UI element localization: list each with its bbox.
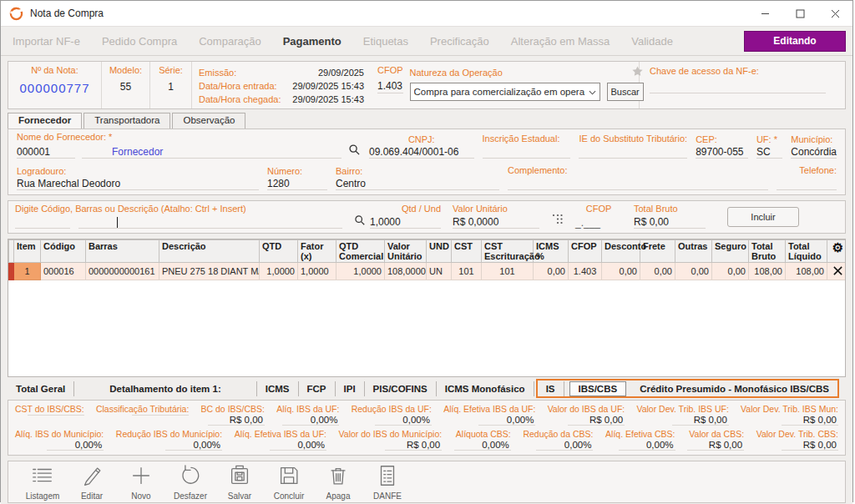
editing-status-button[interactable]: Editando	[744, 31, 846, 52]
highlighted-tab-group: ISIBS/CBSCrédito Presumido - Monofásico …	[536, 379, 839, 398]
detail-field-value[interactable]: R$ 0,00	[385, 439, 442, 451]
detail-tab-ipi[interactable]: IPI	[336, 381, 365, 396]
cell-desconto: 0,00	[602, 263, 640, 280]
detail-field-value[interactable]: 0,00%	[165, 439, 222, 451]
menu-item-pagamento[interactable]: Pagamento	[283, 35, 341, 48]
salvar-button[interactable]: Salvar	[219, 463, 261, 501]
chave-acesso-input[interactable]	[650, 93, 826, 93]
detail-tab-pis-cofins[interactable]: PIS/COFINS	[365, 381, 437, 396]
entry-total-bruto-value: R$ 0,00	[634, 216, 706, 229]
inscricao-estadual-field[interactable]	[483, 145, 571, 159]
gear-icon[interactable]: ⚙	[830, 241, 846, 254]
toolbar-button-label: Editar	[81, 491, 103, 501]
menu-item-validade[interactable]: Validade	[631, 35, 673, 48]
cep-field[interactable]: 89700-055	[696, 146, 748, 159]
maximize-button[interactable]	[782, 1, 817, 26]
tab-observa-o[interactable]: Observação	[172, 113, 245, 129]
nota-number-value[interactable]: 000000777	[19, 81, 89, 95]
delete-row-icon[interactable]	[832, 268, 843, 278]
detail-field-value[interactable]	[28, 414, 84, 416]
detail-field-value[interactable]: 0,00%	[47, 439, 104, 451]
detail-tab-ibs-cbs[interactable]: IBS/CBS	[569, 381, 627, 396]
cnpj-field[interactable]: 09.069.404/0001-06	[369, 146, 474, 159]
incluir-button[interactable]: Incluir	[727, 207, 799, 227]
menu-item-importar-nf-e[interactable]: Importar NF-e	[13, 35, 80, 48]
menu-item-pedido-compra[interactable]: Pedido Compra	[102, 35, 177, 48]
ie-substituto-field[interactable]	[579, 145, 687, 159]
detail-field-label: Valor da CBS:	[689, 429, 744, 439]
grid-dots-icon[interactable]	[551, 212, 564, 227]
emissao-value[interactable]: 29/09/2025	[318, 66, 364, 79]
detail-field-value[interactable]: R$ 0,00	[568, 414, 625, 426]
emissao-label: Emissão:	[199, 66, 236, 79]
menu-item-altera-o-em-massa[interactable]: Alteração em Massa	[511, 35, 610, 48]
detail-field-al-q-efetiva-ibs-da-uf: Alíq. Efetiva IBS da UF:0,00%	[235, 429, 326, 451]
detail-field-value[interactable]: 0,00%	[536, 439, 593, 451]
column-header-outras: Outras	[675, 240, 712, 263]
entrada-label: Data/Hora entrada:	[199, 79, 277, 93]
desfazer-button[interactable]: Desfazer	[169, 463, 211, 501]
detail-field-value[interactable]: 0,00%	[478, 414, 535, 426]
detail-field-value[interactable]: 0,00%	[375, 414, 432, 426]
novo-button[interactable]: Novo	[120, 463, 162, 501]
detail-tab-total-geral[interactable]: Total Geral	[8, 381, 74, 396]
concluir-button[interactable]: Concluir	[268, 463, 310, 501]
natureza-operacao-select[interactable]: Compra para comercialização em opera	[410, 83, 600, 101]
detail-field-value[interactable]: 0,00%	[454, 439, 511, 451]
cell-frete: 0,00	[640, 263, 675, 280]
menu-item-precifica-o[interactable]: Precificação	[430, 35, 489, 48]
detail-field-value[interactable]	[132, 414, 189, 416]
fornecedor-name-link[interactable]: Fornecedor	[112, 146, 163, 158]
detail-field-label: CST do IBS/CBS:	[15, 404, 84, 414]
item-description-input[interactable]	[78, 216, 342, 229]
window-title: Nota de Compra	[30, 8, 104, 19]
detail-tab-cr-dito-presumido-monof-sico-ibs-cbs[interactable]: Crédito Presumido - Monofásico IBS/CBS	[631, 381, 837, 396]
table-row[interactable]: 10000160000000000161PNEU 275 18 DIANT MA…	[9, 263, 847, 280]
logradouro-field[interactable]: Rua Marechal Deodoro	[17, 178, 259, 190]
item-code-input[interactable]	[15, 216, 70, 229]
qtd-search-icon[interactable]	[354, 214, 366, 229]
telefone-field[interactable]	[777, 177, 837, 190]
qtd-input[interactable]: 1,0000	[370, 216, 441, 229]
minimize-button[interactable]	[747, 1, 782, 26]
detail-tab-icms[interactable]: ICMS	[257, 381, 299, 396]
entrada-value[interactable]: 29/09/2025 15:43	[292, 79, 364, 93]
menu-item-etiquetas[interactable]: Etiquetas	[363, 35, 408, 48]
detail-field-value[interactable]: R$ 0,00	[687, 439, 744, 451]
tab-transportadora[interactable]: Transportadora	[83, 113, 170, 129]
listagem-button[interactable]: Listagem	[22, 463, 63, 501]
municipio-field[interactable]: Concórdia	[791, 146, 837, 159]
apaga-button[interactable]: Apaga	[317, 463, 359, 501]
detail-field-value[interactable]: R$ 0,00	[782, 414, 838, 426]
editar-button[interactable]: Editar	[71, 463, 113, 501]
close-button[interactable]	[817, 1, 852, 26]
detail-field-value[interactable]: 0,00%	[282, 414, 339, 426]
menu-item-compara-o[interactable]: Comparação	[199, 35, 261, 48]
detail-tab-detalhamento-do-item-1[interactable]: Detalhamento do item 1:	[74, 381, 257, 396]
detail-tab-icms-monof-sico[interactable]: ICMS Monofásico	[437, 381, 534, 396]
buscar-button[interactable]: Buscar	[607, 83, 644, 101]
numero-field[interactable]: 1280	[267, 178, 327, 190]
uf-field[interactable]: SC	[756, 146, 782, 159]
detail-field-value[interactable]: 0,00%	[270, 439, 326, 451]
detail-field-value[interactable]: R$ 0,00	[782, 439, 838, 451]
bairro-field[interactable]: Centro	[336, 178, 499, 190]
detail-tab-fcp[interactable]: FCP	[299, 381, 336, 396]
modelo-value[interactable]: 55	[120, 81, 131, 93]
serie-value[interactable]: 1	[168, 81, 174, 93]
valor-unitario-input[interactable]: R$ 0,0000	[453, 216, 539, 229]
entry-cfop-input[interactable]: _.___	[575, 217, 622, 229]
cfop-value[interactable]: 1.403	[377, 80, 403, 93]
detail-field-value[interactable]: 0,00%	[619, 439, 675, 451]
tab-fornecedor[interactable]: Fornecedor	[8, 113, 82, 129]
fornecedor-code-field[interactable]: 000001	[17, 146, 75, 159]
detail-field-value[interactable]: R$ 0,00	[208, 414, 265, 426]
detail-field-value[interactable]: R$ 0,00	[672, 414, 729, 426]
column-header-qtd-comercial: QTD Comercial	[336, 240, 385, 263]
complemento-field[interactable]	[508, 177, 768, 190]
detail-tab-is[interactable]: IS	[538, 381, 564, 396]
chegada-value[interactable]: 29/09/2025 15:43	[292, 93, 364, 106]
detail-field-redu-o-ibs-do-munic-pio: Redução IBS do Município:0,00%	[116, 429, 222, 451]
fornecedor-search-icon[interactable]	[348, 144, 361, 159]
danfe-button[interactable]: DANFE	[367, 463, 408, 501]
